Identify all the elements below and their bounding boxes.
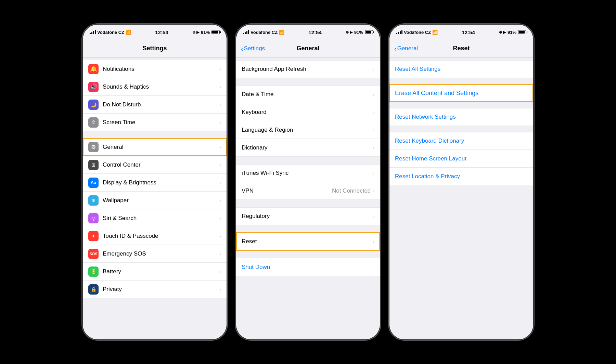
wifi-icon-2: 📶 [279, 30, 284, 35]
general-regulatory[interactable]: Regulatory › [236, 207, 380, 225]
reset-network[interactable]: Reset Network Settings [389, 108, 533, 126]
battery-3 [518, 30, 526, 34]
settings-dnd[interactable]: 🌙 Do Not Disturb › [83, 96, 227, 114]
carrier-3: Vodafone CZ [404, 30, 431, 35]
language-label: Language & Region [242, 127, 373, 133]
battery-pct-3: 91% [508, 30, 516, 35]
status-left-3: Vodafone CZ 📶 [396, 30, 438, 35]
general-language[interactable]: Language & Region › [236, 121, 380, 139]
bar1 [396, 33, 397, 34]
reset-location[interactable]: Reset Location & Privacy [389, 168, 533, 185]
reset-keyboard[interactable]: Reset Keyboard Dictionary [389, 132, 533, 150]
settings-siri[interactable]: ◎ Siri & Search › [83, 209, 227, 227]
chevron-touchid: › [219, 233, 221, 239]
notifications-icon: 🔔 [88, 64, 99, 74]
status-right-3: ⊕ ▶ 91% [499, 30, 526, 35]
wallpaper-label: Wallpaper [103, 197, 219, 204]
chevron-siri: › [219, 216, 221, 221]
general-keyboard[interactable]: Keyboard › [236, 103, 380, 121]
notifications-label: Notifications [103, 66, 219, 73]
nav-bar-3: ‹ General Reset [389, 40, 533, 57]
battery-1 [211, 30, 220, 34]
privacy-label: Privacy [103, 286, 219, 293]
chevron-wallpaper: › [219, 198, 221, 203]
back-chevron-2: ‹ [241, 45, 243, 52]
keyboard-label: Keyboard [242, 109, 373, 116]
general-bgrefresh[interactable]: Background App Refresh › [236, 60, 380, 78]
sos-label: Emergency SOS [103, 250, 219, 257]
general-shutdown[interactable]: Shut Down [236, 258, 380, 276]
touchid-label: Touch ID & Passcode [103, 233, 219, 239]
location-icon-2: ⊕ ▶ [346, 30, 352, 35]
general-datetime[interactable]: Date & Time › [236, 86, 380, 103]
settings-list: 🔔 Notifications › 🔊 Sounds & Haptics › 🌙… [83, 57, 227, 339]
general-dictionary[interactable]: Dictionary › [236, 139, 380, 157]
chevron-itunes: › [373, 170, 374, 176]
time-3: 12:54 [462, 29, 475, 35]
general-reset[interactable]: Reset › [236, 233, 380, 250]
settings-controlcenter[interactable]: ⊞ Control Center › [83, 156, 227, 174]
location-icon-3: ⊕ ▶ [499, 30, 506, 35]
chevron-language: › [373, 127, 374, 133]
battery-label: Battery [103, 268, 219, 275]
nav-title-3: Reset [453, 45, 470, 52]
settings-privacy[interactable]: 🔒 Privacy › [83, 281, 227, 298]
bgrefresh-label: Background App Refresh [242, 66, 373, 73]
general-vpn[interactable]: VPN Not Connected › [236, 182, 380, 200]
back-button-3[interactable]: ‹ General [394, 45, 418, 52]
general-itunes[interactable]: iTunes Wi-Fi Sync › [236, 164, 380, 182]
settings-display[interactable]: Aa Display & Brightness › [83, 174, 227, 192]
back-button-2[interactable]: ‹ Settings [241, 45, 265, 52]
settings-notifications[interactable]: 🔔 Notifications › [83, 60, 227, 78]
carrier-2: Vodafone CZ [251, 30, 278, 35]
chevron-reset: › [373, 239, 374, 244]
wifi-icon-3: 📶 [432, 30, 438, 35]
settings-battery[interactable]: 🔋 Battery › [83, 263, 227, 281]
chevron-sounds: › [219, 84, 221, 90]
settings-general[interactable]: ⚙ General › [83, 138, 227, 156]
siri-label: Siri & Search [103, 215, 219, 222]
back-chevron-3: ‹ [394, 45, 397, 52]
wifi-icon-1: 📶 [126, 30, 131, 35]
siri-icon: ◎ [88, 213, 99, 223]
dictionary-label: Dictionary [242, 144, 373, 151]
settings-screentime[interactable]: ⏱ Screen Time › [83, 114, 227, 131]
dnd-label: Do Not Disturb [103, 101, 219, 108]
touchid-icon: ✦ [88, 231, 99, 241]
chevron-general: › [219, 144, 221, 150]
settings-touchid[interactable]: ✦ Touch ID & Passcode › [83, 227, 227, 245]
chevron-regulatory: › [373, 213, 374, 219]
phone-reset: Vodafone CZ 📶 12:54 ⊕ ▶ 91% ‹ General Re… [389, 25, 533, 339]
reset-list: Reset All Settings Erase All Content and… [389, 57, 533, 339]
status-left-1: Vodafone CZ 📶 [90, 30, 131, 35]
signal-bars-3 [396, 30, 402, 34]
reset-allsettings-label: Reset All Settings [395, 66, 528, 73]
battery-pct-1: 91% [201, 30, 210, 35]
settings-sounds[interactable]: 🔊 Sounds & Haptics › [83, 78, 227, 96]
shutdown-label: Shut Down [242, 264, 374, 271]
screentime-icon: ⏱ [88, 117, 99, 128]
battery-2 [365, 30, 373, 34]
back-label-3: General [397, 45, 418, 52]
screentime-label: Screen Time [103, 119, 219, 126]
general-list: Background App Refresh › Date & Time › K… [236, 57, 380, 339]
sounds-icon: 🔊 [88, 82, 99, 92]
back-label-2: Settings [244, 45, 265, 52]
chevron-dictionary: › [373, 145, 374, 151]
status-right-2: ⊕ ▶ 91% [346, 30, 373, 35]
reset-keyboard-label: Reset Keyboard Dictionary [395, 138, 528, 144]
chevron-controlcenter: › [219, 162, 221, 168]
reset-homescreen[interactable]: Reset Home Screen Layout [389, 150, 533, 168]
phone-settings: Vodafone CZ 📶 12:53 ⊕ ▶ 91% Settings 🔔 N… [83, 25, 227, 339]
settings-wallpaper[interactable]: ❄ Wallpaper › [83, 192, 227, 209]
controlcenter-icon: ⊞ [88, 160, 99, 170]
reset-allsettings[interactable]: Reset All Settings [389, 60, 533, 78]
settings-sos[interactable]: SOS Emergency SOS › [83, 245, 227, 263]
signal-bars-2 [243, 30, 249, 34]
battery-pct-2: 91% [354, 30, 363, 35]
reset-erase[interactable]: Erase All Content and Settings [389, 84, 533, 102]
status-bar-2: Vodafone CZ 📶 12:54 ⊕ ▶ 91% [236, 25, 380, 40]
phones-container: Vodafone CZ 📶 12:53 ⊕ ▶ 91% Settings 🔔 N… [83, 25, 533, 339]
chevron-sos: › [219, 251, 221, 257]
datetime-label: Date & Time [242, 91, 373, 98]
